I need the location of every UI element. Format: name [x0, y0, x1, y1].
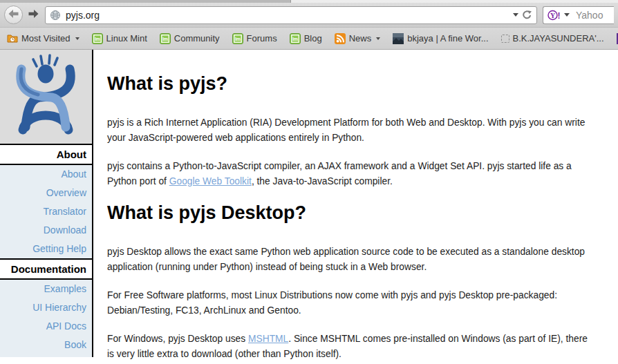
tab-strip	[0, 0, 618, 3]
svg-text:!: !	[558, 10, 561, 20]
bookmark-item[interactable]: YSign in t	[612, 31, 618, 46]
svg-text:lm: lm	[292, 37, 298, 41]
bookmark-label: Most Visited	[21, 33, 71, 44]
sidebar-item-translator[interactable]: Translator	[0, 202, 92, 221]
linuxmint-icon: lm	[160, 33, 171, 44]
sidebar-item-ui-hierarchy[interactable]: UI Hierarchy	[0, 298, 92, 317]
body-paragraph: For Windows, pyjs Desktop uses MSHTML. S…	[107, 332, 595, 361]
sidebar-item-download[interactable]: Download	[0, 221, 92, 240]
forward-arrow-icon	[28, 9, 39, 21]
yahoo-search-icon: Y !	[547, 10, 561, 21]
inline-link-google-web-toolkit[interactable]: Google Web Toolkit	[169, 176, 252, 186]
bookmark-item[interactable]: B.K.JAYASUNDERA'...	[497, 31, 608, 46]
active-tab-edge	[290, 0, 618, 3]
section-heading: What is pyjs?	[107, 73, 601, 95]
sidebar-section-header: About	[0, 144, 92, 165]
linuxmint-icon: lm	[232, 33, 243, 44]
browser-window: pyjs.org Y ! Yahoo Most VisitedlmLinux M…	[0, 0, 618, 364]
bookmarks-toolbar: Most VisitedlmLinux MintlmCommunitylmFor…	[0, 28, 618, 50]
bookmark-label: Community	[174, 33, 220, 44]
body-paragraph: pyjs contains a Python-to-JavaScript com…	[107, 159, 595, 189]
bookmark-item[interactable]: News	[330, 31, 385, 46]
svg-text:lm: lm	[162, 37, 168, 41]
body-paragraph: For Free Software platforms, most Linux …	[107, 288, 595, 318]
sidebar-bottom-padding	[0, 354, 92, 357]
linuxmint-icon: lm	[290, 33, 301, 44]
sidebar-item-examples[interactable]: Examples	[0, 280, 92, 298]
logo-area	[0, 50, 92, 144]
bookmark-item[interactable]: lmBlog	[285, 31, 326, 46]
search-placeholder-text: Yahoo	[576, 10, 603, 21]
urlbar-dropdown-icon[interactable]	[513, 13, 518, 17]
svg-text:lm: lm	[234, 37, 240, 41]
bookmark-label: Blog	[304, 33, 322, 44]
bookmark-label: News	[349, 33, 372, 44]
sidebar-item-api-docs[interactable]: API Docs	[0, 317, 92, 336]
sidebar-item-getting-help[interactable]: Getting Help	[0, 240, 92, 258]
site-globe-icon	[50, 10, 61, 21]
sidebar-nav: AboutAboutOverviewTranslatorDownloadGett…	[0, 50, 93, 357]
bookmark-label: Linux Mint	[106, 33, 147, 44]
sidebar-item-about[interactable]: About	[0, 165, 92, 184]
url-text: pyjs.org	[66, 10, 509, 21]
body-paragraph: pyjs is a Rich Internet Application (RIA…	[107, 115, 595, 145]
back-button[interactable]	[4, 6, 23, 24]
reload-icon[interactable]	[522, 10, 532, 20]
bookmark-item[interactable]: bkjaya | A fine Wor...	[388, 31, 492, 46]
bookmark-label: bkjaya | A fine Wor...	[407, 33, 488, 44]
sidebar-item-book[interactable]: Book	[0, 336, 92, 354]
url-bar[interactable]: pyjs.org	[45, 6, 537, 24]
svg-text:lm: lm	[94, 37, 100, 41]
photo-favicon	[393, 33, 404, 44]
chevron-down-icon	[376, 37, 380, 40]
navigation-toolbar: pyjs.org Y ! Yahoo	[0, 3, 618, 28]
bookmark-label: Forums	[247, 33, 277, 44]
sidebar-link-list: AboutOverviewTranslatorDownloadGetting H…	[0, 165, 92, 258]
pyjs-logo[interactable]	[10, 52, 82, 141]
forward-button[interactable]	[24, 8, 42, 23]
rss-icon	[335, 33, 346, 44]
placeholder-favicon	[501, 35, 509, 43]
bookmark-item[interactable]: lmForums	[228, 31, 281, 46]
section-heading: What is pyjs Desktop?	[107, 202, 601, 224]
page-content: What is pyjs?pyjs is a Rich Internet App…	[107, 50, 601, 364]
bookmark-label: B.K.JAYASUNDERA'...	[513, 33, 604, 44]
back-arrow-icon	[8, 9, 19, 21]
bookmark-item[interactable]: lmLinux Mint	[88, 31, 151, 46]
search-engine-dropdown-icon[interactable]	[564, 13, 570, 17]
sidebar-link-list: ExamplesUI HierarchyAPI DocsBook	[0, 280, 92, 354]
search-input[interactable]: Y ! Yahoo	[543, 6, 614, 24]
history-folder-icon	[7, 33, 18, 44]
inline-link-mshtml[interactable]: MSHTML	[248, 334, 288, 344]
bookmark-item[interactable]: lmCommunity	[156, 31, 224, 46]
svg-text:Y: Y	[550, 12, 556, 19]
chevron-down-icon	[75, 37, 79, 40]
linuxmint-icon: lm	[92, 33, 103, 44]
bookmark-item[interactable]: Most Visited	[3, 31, 84, 46]
body-paragraph: pyjs Desktop allows the exact same Pytho…	[107, 245, 595, 274]
web-page: AboutAboutOverviewTranslatorDownloadGett…	[0, 50, 618, 363]
sidebar-section-header: Documentation	[0, 258, 92, 280]
sidebar-item-overview[interactable]: Overview	[0, 184, 92, 202]
